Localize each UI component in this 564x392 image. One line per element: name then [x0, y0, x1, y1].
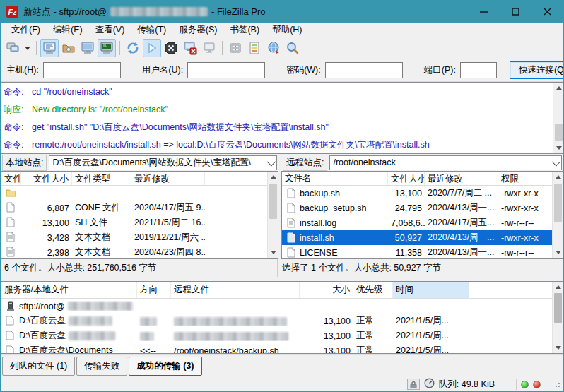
local-file-row[interactable]: 3,428 文本文档 2019/12/21/周六 ... — [1, 230, 278, 245]
column-modified[interactable]: 最近修改 — [425, 172, 498, 185]
column-size[interactable]: 大小 — [300, 282, 353, 298]
tab-failed-transfers[interactable]: 传输失败 — [76, 357, 127, 376]
minimize-button[interactable] — [468, 1, 500, 23]
port-input[interactable] — [460, 62, 497, 78]
filezilla-window: Fz 新站点 - sftp://root@ - FileZilla Pro 文件… — [0, 0, 564, 392]
local-file-row[interactable]: 2,398 文本文档 2020/4/23/周四 8... — [1, 245, 278, 259]
scroll-thumb[interactable] — [554, 184, 562, 222]
toggle-message-log-icon[interactable] — [40, 39, 59, 57]
username-input[interactable] — [187, 62, 265, 78]
filename-filters-icon[interactable] — [226, 39, 245, 57]
scroll-thumb[interactable] — [555, 124, 563, 141]
refresh-icon[interactable] — [124, 39, 142, 57]
quickconnect-button[interactable]: 快速连接(Q) — [510, 61, 564, 79]
scroll-down-icon[interactable] — [553, 247, 563, 258]
queue-server-row[interactable]: sftp://root@ — [1, 299, 563, 314]
column-server-local-file[interactable]: 服务器/本地文件 — [1, 282, 137, 298]
cancel-icon[interactable] — [162, 39, 180, 57]
remote-file-row[interactable]: install.log 7,058,6... 2020/4/17/周五... -… — [282, 215, 563, 230]
remote-site-label: 远程站点: — [283, 155, 327, 171]
queue-row[interactable]: D:\百度云盘\Documents <<-- /root/oneinstack/… — [1, 343, 563, 354]
queue-size: 13,100 — [300, 331, 353, 341]
folder-icon — [6, 187, 16, 198]
file-size: 7,058,6... — [388, 218, 425, 228]
toggle-local-tree-icon[interactable] — [59, 39, 78, 57]
queue-stopped-led-icon[interactable] — [533, 381, 541, 388]
queue-row[interactable]: D:\百度云盘 13,100 正常 2021/1/5/周... — [1, 328, 563, 343]
menu-transfer[interactable]: 传输(T) — [131, 23, 172, 37]
remote-file-row[interactable]: backup.sh 13,100 2020/7/7/周二 ... -rwxr-x… — [282, 186, 563, 201]
column-permissions[interactable]: 权限 — [498, 172, 555, 185]
file-size: 3,428 — [21, 233, 72, 243]
log-scrollbar[interactable] — [553, 83, 563, 153]
directory-comparison-icon[interactable] — [245, 39, 264, 57]
local-path: D:\百度云盘\Documents\网站数据文件夹\宝塔配置\ — [52, 157, 267, 169]
queue-row[interactable]: D:\百度云盘 13,100 正常 2021/1/5/周... — [1, 314, 563, 328]
scroll-up-icon[interactable] — [553, 83, 563, 93]
local-list-scrollbar[interactable] — [267, 172, 278, 258]
remote-file-row[interactable]: LICENSE 11,358 2020/4/13/周一... -rw-r--r-… — [282, 245, 563, 259]
column-filename[interactable]: 文件名 — [1, 172, 21, 185]
column-filesize[interactable]: 文件大小 — [21, 172, 72, 185]
column-modified[interactable]: 最近修改 — [131, 172, 205, 185]
remote-file-row-selected[interactable]: install.sh 50,927 2020/4/13/周一... -rwxr-… — [282, 230, 563, 245]
close-button[interactable] — [531, 1, 563, 23]
password-input[interactable] — [325, 62, 403, 78]
queue-scrollbar[interactable] — [552, 282, 563, 353]
scroll-down-icon[interactable] — [553, 143, 563, 153]
local-file-row[interactable] — [1, 186, 278, 201]
local-path-combobox[interactable]: D:\百度云盘\Documents\网站数据文件夹\宝塔配置\ — [49, 155, 277, 170]
scroll-thumb[interactable] — [269, 184, 277, 219]
toggle-remote-tree-icon[interactable] — [78, 39, 97, 57]
queue-size: 13,100 — [300, 346, 353, 355]
local-file-row[interactable]: 6,887 CONF 文件 2020/4/17/周五 9... — [1, 201, 278, 215]
column-time[interactable]: 时间 — [393, 282, 469, 298]
menu-server[interactable]: 服务器(S) — [172, 23, 223, 37]
site-manager-dropdown-icon[interactable] — [23, 39, 33, 57]
site-manager-icon[interactable] — [4, 39, 22, 57]
lock-icon[interactable] — [407, 379, 420, 390]
process-queue-icon[interactable] — [143, 39, 161, 57]
synchronized-browsing-icon[interactable] — [264, 39, 283, 57]
chevron-down-icon[interactable] — [552, 157, 561, 166]
file-size: 11,358 — [388, 248, 425, 258]
remote-file-row[interactable]: backup_setup.sh 24,795 2020/4/13/周一... -… — [282, 201, 563, 215]
scroll-up-icon[interactable] — [553, 172, 563, 182]
remote-path-combobox[interactable]: /root/oneinstack — [329, 155, 562, 170]
column-direction[interactable]: 方向 — [137, 282, 171, 298]
reconnect-icon[interactable] — [200, 39, 218, 57]
host-input[interactable] — [43, 62, 121, 78]
column-filename[interactable]: 文件名 — [282, 172, 388, 185]
queue-active-led-icon[interactable] — [521, 381, 529, 388]
tab-successful-transfers[interactable]: 成功的传输 (3) — [129, 357, 201, 376]
maximize-button[interactable] — [500, 1, 531, 23]
titlebar: Fz 新站点 - sftp://root@ - FileZilla Pro — [1, 1, 563, 23]
file-modified: 2020/4/23/周四 8... — [131, 247, 205, 259]
column-filesize[interactable]: 文件大小 — [388, 172, 425, 185]
find-files-icon[interactable] — [283, 39, 302, 57]
file-icon — [6, 316, 16, 326]
chevron-down-icon[interactable] — [267, 157, 276, 166]
column-filetype[interactable]: 文件类型 — [72, 172, 131, 185]
local-file-row[interactable]: 13,100 SH 文件 2021/1/5/周二 16... — [1, 215, 278, 230]
disconnect-icon[interactable] — [181, 39, 199, 57]
remote-list-scrollbar[interactable] — [552, 172, 563, 258]
column-priority[interactable]: 优先级 — [353, 282, 393, 298]
scroll-down-icon[interactable] — [553, 343, 563, 353]
menu-view[interactable]: 查看(V) — [89, 23, 131, 37]
speed-limit-icon[interactable] — [424, 378, 435, 391]
tab-queued-files[interactable]: 列队的文件 (1) — [2, 357, 75, 376]
menu-edit[interactable]: 编辑(E) — [47, 23, 89, 37]
scroll-thumb[interactable] — [554, 293, 562, 323]
scroll-up-icon[interactable] — [553, 282, 563, 292]
menu-file[interactable]: 文件(F) — [5, 23, 47, 37]
menu-bookmarks[interactable]: 书签(B) — [223, 23, 266, 37]
column-remote-file[interactable]: 远程文件 — [171, 282, 300, 298]
scroll-up-icon[interactable] — [268, 172, 278, 182]
scroll-down-icon[interactable] — [268, 247, 278, 258]
toggle-transfer-queue-icon[interactable] — [98, 39, 116, 57]
resize-grip[interactable] — [553, 381, 560, 388]
menu-help[interactable]: 帮助(H) — [266, 23, 308, 37]
toolbar — [1, 37, 563, 59]
local-status-text: 6 个文件。大小总共: 251,760,516 字节 — [1, 259, 278, 277]
